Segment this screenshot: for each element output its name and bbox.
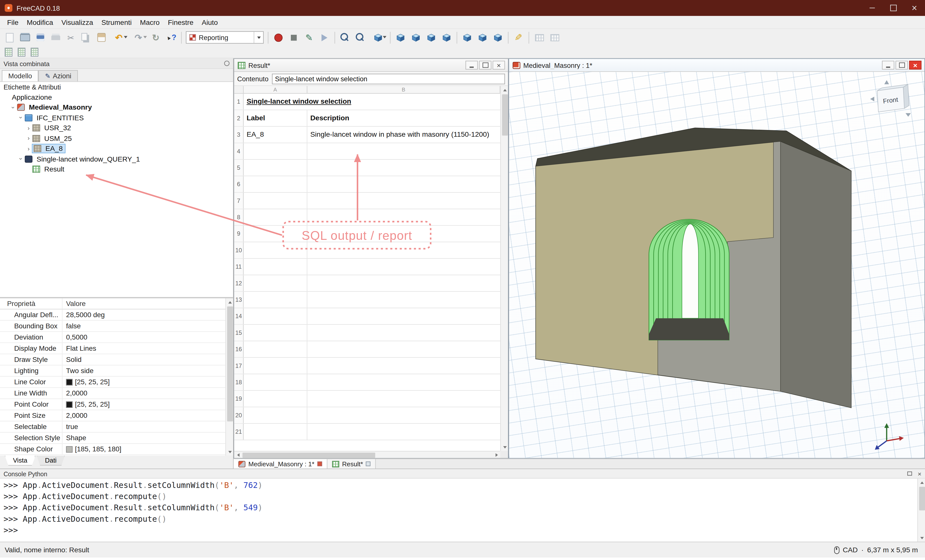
tab-dati[interactable]: Dati <box>37 456 65 465</box>
print-button[interactable] <box>48 30 62 45</box>
cell-A5[interactable] <box>244 160 307 176</box>
close-tab-icon[interactable] <box>366 462 371 466</box>
macro-play-button[interactable] <box>318 30 331 45</box>
tree-caret-icon[interactable] <box>26 125 32 131</box>
paste-button[interactable] <box>94 30 108 45</box>
property-row-selectable[interactable]: Selectabletrue <box>0 421 233 432</box>
refresh-button[interactable] <box>149 30 163 45</box>
tree-item-Medieval_Masonry[interactable]: Medieval_Masonry <box>0 102 233 113</box>
menu-modifica[interactable]: Modifica <box>23 16 57 29</box>
view-bottom-button[interactable] <box>475 30 490 45</box>
cell-content-input[interactable] <box>272 73 505 84</box>
lancet-window[interactable] <box>649 219 729 340</box>
zoom-selection-button[interactable] <box>353 30 368 45</box>
cell-B21[interactable] <box>307 424 500 440</box>
merge-cells-button[interactable] <box>532 30 546 45</box>
cell-B18[interactable] <box>307 374 500 390</box>
export-spreadsheet-button[interactable] <box>29 46 40 57</box>
cut-button[interactable] <box>64 30 78 45</box>
cell-A4[interactable] <box>244 143 307 159</box>
window-opening[interactable] <box>682 224 698 318</box>
cell-B8[interactable] <box>307 209 500 225</box>
annotation-pencil-button[interactable] <box>512 30 526 45</box>
scroll-left-icon[interactable] <box>234 451 242 458</box>
open-document-button[interactable] <box>18 30 32 45</box>
nav-style[interactable]: CAD <box>843 546 858 554</box>
row-header-4[interactable]: 4 <box>234 143 244 159</box>
view-isometric-button[interactable] <box>393 30 408 45</box>
tree-caret-icon[interactable] <box>26 146 32 152</box>
tab-azioni[interactable]: Azioni <box>39 70 78 81</box>
row-header-9[interactable]: 9 <box>234 226 244 242</box>
navigation-cube[interactable]: Front <box>870 80 911 117</box>
tree-caret-icon[interactable] <box>26 135 32 142</box>
tree-caret-icon[interactable] <box>18 156 24 162</box>
scroll-thumb[interactable] <box>243 452 375 458</box>
tree-item-EA_8[interactable]: EA_8 <box>0 143 233 154</box>
cell-A20[interactable] <box>244 407 307 423</box>
maximize-button[interactable] <box>883 0 904 16</box>
row-header-13[interactable]: 13 <box>234 292 244 308</box>
fit-all-button[interactable] <box>338 30 352 45</box>
scroll-up-icon[interactable] <box>501 86 509 94</box>
property-row-draw-style[interactable]: Draw StyleSolid <box>0 354 233 365</box>
row-header-15[interactable]: 15 <box>234 325 244 341</box>
spreadsheet-window-titlebar[interactable]: Result* <box>234 59 508 72</box>
tree-item-Result[interactable]: Result <box>0 164 233 174</box>
whats-this-button[interactable] <box>164 30 178 45</box>
cell-A9[interactable] <box>244 226 307 242</box>
tab-medieval-masonry[interactable]: Medieval_Masonry : 1* <box>234 459 327 468</box>
cell-B16[interactable] <box>307 341 500 357</box>
masonry-wall-model[interactable] <box>536 128 851 408</box>
row-header-11[interactable]: 11 <box>234 259 244 275</box>
tree-caret-icon[interactable] <box>18 114 24 121</box>
minimize-button[interactable] <box>861 0 883 16</box>
cell-B10[interactable] <box>307 242 500 258</box>
row-header-21[interactable]: 21 <box>234 424 244 440</box>
float-panel-icon[interactable] <box>907 471 912 476</box>
cell-B13[interactable] <box>307 292 500 308</box>
cell-A17[interactable] <box>244 358 307 374</box>
cell-A2[interactable]: Label <box>244 110 307 126</box>
property-row-shape-color[interactable]: Shape Color[185, 185, 180] <box>0 444 233 455</box>
property-row-line-color[interactable]: Line Color[25, 25, 25] <box>0 377 233 388</box>
property-scrollbar[interactable] <box>225 298 233 456</box>
cell-B7[interactable] <box>307 193 500 209</box>
cell-A16[interactable] <box>244 341 307 357</box>
cell-B14[interactable] <box>307 308 500 324</box>
tree-item-Applicazione[interactable]: Applicazione <box>0 92 233 102</box>
cell-B19[interactable] <box>307 391 500 407</box>
cell-A18[interactable] <box>244 374 307 390</box>
workbench-selector[interactable]: Reporting <box>186 31 264 44</box>
view-front-button[interactable] <box>409 30 423 45</box>
sheet-corner[interactable] <box>234 86 244 93</box>
property-row-lighting[interactable]: LightingTwo side <box>0 365 233 377</box>
tree-item-USM_25[interactable]: USM_25 <box>0 133 233 143</box>
mdi-maximize-button[interactable] <box>479 61 491 70</box>
cell-A10[interactable] <box>244 242 307 258</box>
scroll-down-icon[interactable] <box>501 443 509 451</box>
property-row-display-mode[interactable]: Display ModeFlat Lines <box>0 343 233 354</box>
menu-file[interactable]: File <box>3 16 23 29</box>
mdi-close-button[interactable] <box>493 61 505 70</box>
tree-item-USR_32[interactable]: USR_32 <box>0 123 233 133</box>
draw-style-button[interactable] <box>369 30 387 45</box>
nav-menu-chevron-icon[interactable] <box>905 113 911 117</box>
close-button[interactable] <box>904 0 925 16</box>
cell-A11[interactable] <box>244 259 307 275</box>
view-right-button[interactable] <box>440 30 454 45</box>
row-header-18[interactable]: 18 <box>234 374 244 390</box>
column-header-B[interactable]: B <box>307 86 500 93</box>
tab-result[interactable]: Result* <box>327 459 376 468</box>
scroll-up-icon[interactable] <box>918 479 925 486</box>
menu-aiuto[interactable]: Aiuto <box>197 16 222 29</box>
console-lines[interactable]: >>> App.ActiveDocument.Result.setColumnW… <box>0 479 917 542</box>
cell-A3[interactable]: EA_8 <box>244 127 307 143</box>
cell-B9[interactable] <box>307 226 500 242</box>
menu-finestre[interactable]: Finestre <box>164 16 197 29</box>
cell-A15[interactable] <box>244 325 307 341</box>
scroll-thumb[interactable] <box>502 94 508 135</box>
property-row-angular-defl-[interactable]: Angular Defl...28,5000 deg <box>0 309 233 321</box>
macro-edit-button[interactable] <box>302 30 316 45</box>
column-header-A[interactable]: A <box>244 86 307 93</box>
